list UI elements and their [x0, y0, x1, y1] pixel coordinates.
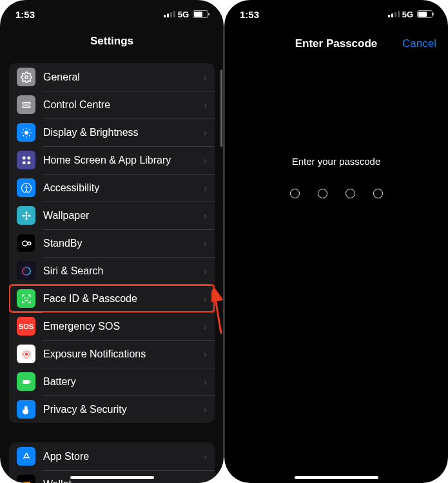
svg-point-0	[24, 75, 28, 79]
battery-icon	[193, 10, 208, 18]
chevron-right-icon: ›	[204, 479, 207, 484]
status-time: 1:53	[240, 9, 259, 20]
passcode-entry: Enter your passcode	[224, 156, 448, 198]
row-app-store-label: App Store	[43, 451, 204, 462]
faceid-icon	[17, 289, 35, 308]
settings-screen: 1:53 5G Settings General › Control Centr…	[0, 0, 224, 483]
row-control-centre[interactable]: Control Centre ›	[9, 91, 215, 118]
row-wallpaper[interactable]: Wallpaper ›	[9, 202, 215, 229]
svg-point-24	[28, 242, 31, 245]
row-general[interactable]: General ›	[9, 63, 215, 91]
signal-icon	[164, 11, 175, 17]
svg-point-26	[24, 298, 25, 298]
svg-line-11	[29, 129, 30, 129]
accessibility-icon	[17, 178, 35, 197]
row-siri-search[interactable]: Siri & Search ›	[9, 257, 215, 285]
row-home-screen-label: Home Screen & App Library	[43, 155, 204, 166]
svg-point-28	[24, 352, 28, 355]
svg-point-18	[25, 214, 27, 216]
chevron-right-icon: ›	[204, 100, 207, 110]
home-indicator[interactable]	[70, 476, 154, 479]
row-emergency-sos[interactable]: SOS Emergency SOS ›	[9, 312, 215, 340]
page-title: Settings	[0, 28, 224, 54]
chevron-right-icon: ›	[204, 183, 207, 193]
svg-line-9	[29, 135, 30, 136]
chevron-right-icon: ›	[204, 211, 207, 221]
svg-rect-1	[23, 102, 30, 104]
svg-line-8	[23, 129, 23, 129]
home-indicator[interactable]	[295, 476, 378, 479]
row-accessibility-label: Accessibility	[43, 182, 204, 194]
svg-rect-32	[30, 381, 31, 383]
passcode-dot	[346, 189, 355, 198]
row-battery-label: Battery	[43, 376, 204, 388]
chevron-right-icon: ›	[204, 72, 207, 82]
row-face-id-passcode[interactable]: Face ID & Passcode ›	[9, 285, 215, 312]
sliders-icon	[17, 95, 35, 114]
network-label: 5G	[402, 10, 413, 19]
row-accessibility[interactable]: Accessibility ›	[9, 174, 215, 202]
row-privacy-security[interactable]: Privacy & Security ›	[9, 395, 215, 423]
signal-icon	[388, 11, 400, 17]
svg-line-10	[23, 135, 23, 136]
svg-point-23	[23, 241, 28, 246]
svg-point-25	[23, 267, 30, 275]
exposure-icon	[17, 345, 35, 363]
row-privacy-security-label: Privacy & Security	[43, 404, 204, 415]
appstore-icon	[17, 447, 35, 466]
gear-icon	[17, 68, 35, 86]
passcode-dot	[373, 189, 383, 198]
svg-point-20	[25, 217, 27, 220]
status-bar: 1:53 5G	[224, 0, 448, 28]
row-battery[interactable]: Battery ›	[9, 368, 215, 395]
wallet-icon	[17, 475, 35, 483]
flower-icon	[17, 206, 35, 225]
row-display-brightness[interactable]: Display & Brightness ›	[9, 118, 215, 146]
svg-rect-31	[23, 380, 30, 384]
svg-point-19	[25, 211, 27, 214]
row-home-screen[interactable]: Home Screen & App Library ›	[9, 146, 215, 174]
passcode-screen: 1:53 5G Enter Passcode Cancel Enter your…	[224, 0, 448, 483]
sos-icon: SOS	[17, 317, 35, 336]
chevron-right-icon: ›	[204, 155, 207, 166]
svg-rect-2	[23, 106, 30, 107]
svg-point-17	[25, 185, 26, 186]
passcode-header: Enter Passcode Cancel	[224, 28, 448, 59]
chevron-right-icon: ›	[204, 349, 207, 359]
row-standby-label: StandBy	[43, 238, 204, 249]
svg-rect-13	[27, 156, 30, 160]
svg-point-27	[27, 298, 28, 298]
passcode-dot	[318, 189, 327, 198]
cancel-button[interactable]: Cancel	[402, 37, 436, 50]
svg-point-22	[28, 214, 31, 216]
grid-icon	[17, 151, 35, 169]
chevron-right-icon: ›	[204, 266, 207, 276]
passcode-prompt: Enter your passcode	[224, 156, 448, 167]
svg-rect-14	[23, 161, 26, 164]
row-exposure[interactable]: Exposure Notifications ›	[9, 340, 215, 368]
row-exposure-label: Exposure Notifications	[43, 348, 204, 360]
row-wallpaper-label: Wallpaper	[43, 210, 204, 222]
scroll-indicator	[220, 70, 222, 147]
siri-icon	[17, 261, 35, 280]
sun-icon	[17, 123, 35, 142]
svg-rect-15	[27, 161, 30, 164]
row-siri-search-label: Siri & Search	[43, 265, 204, 277]
hand-icon	[17, 400, 35, 419]
row-standby[interactable]: StandBy ›	[9, 229, 215, 257]
chevron-right-icon: ›	[204, 404, 207, 415]
chevron-right-icon: ›	[204, 377, 207, 387]
settings-group-primary: General › Control Centre › Display & Bri…	[9, 63, 215, 423]
row-display-brightness-label: Display & Brightness	[43, 127, 204, 138]
status-bar: 1:53 5G	[0, 0, 224, 28]
clock-icon	[17, 234, 35, 252]
row-general-label: General	[43, 71, 204, 83]
chevron-right-icon: ›	[204, 321, 207, 332]
row-emergency-sos-label: Emergency SOS	[43, 321, 204, 332]
svg-point-21	[22, 214, 25, 216]
battery-full-icon	[17, 372, 35, 391]
passcode-dots	[224, 189, 448, 198]
status-right: 5G	[388, 10, 433, 19]
row-face-id-passcode-label: Face ID & Passcode	[43, 293, 204, 305]
row-app-store[interactable]: App Store ›	[9, 442, 215, 470]
